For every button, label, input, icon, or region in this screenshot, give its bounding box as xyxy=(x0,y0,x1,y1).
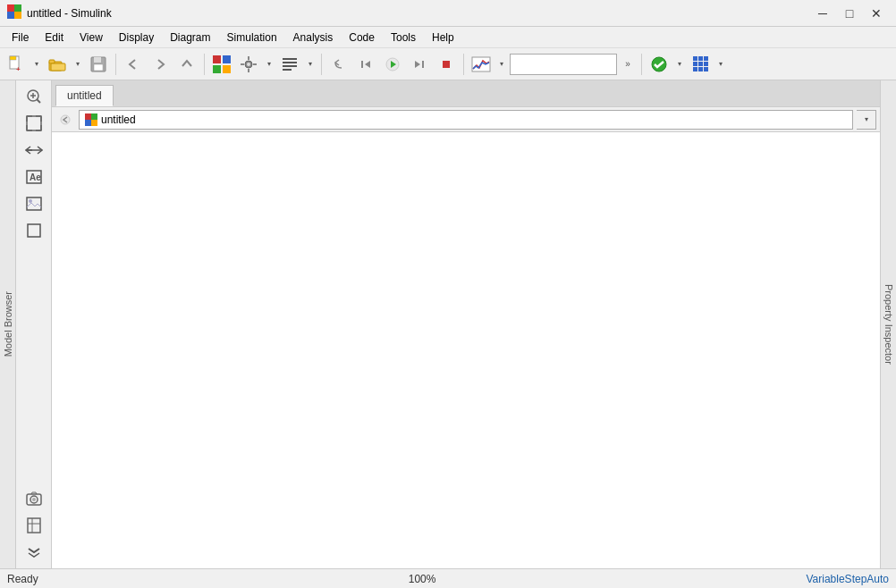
address-bar: untitled ▾ xyxy=(52,107,880,132)
menu-item-simulation[interactable]: Simulation xyxy=(219,29,285,46)
image-tool[interactable] xyxy=(21,191,47,216)
svg-rect-54 xyxy=(85,120,91,126)
address-dropdown-button[interactable]: ▾ xyxy=(857,110,876,130)
fit-view-button[interactable] xyxy=(21,111,47,136)
svg-rect-12 xyxy=(94,64,103,71)
svg-line-36 xyxy=(37,100,40,104)
scope-button[interactable] xyxy=(469,52,494,77)
library-button[interactable] xyxy=(209,52,234,77)
format-button[interactable] xyxy=(277,52,302,77)
menu-item-edit[interactable]: Edit xyxy=(37,29,72,46)
svg-rect-23 xyxy=(283,58,297,60)
menu-item-display[interactable]: Display xyxy=(111,29,162,46)
forward-nav-button[interactable] xyxy=(148,52,173,77)
model-canvas[interactable] xyxy=(52,132,880,568)
svg-rect-13 xyxy=(213,55,221,63)
svg-rect-25 xyxy=(283,65,297,67)
bookmark-button[interactable] xyxy=(21,513,47,538)
svg-rect-42 xyxy=(27,197,41,210)
svg-rect-30 xyxy=(443,61,450,68)
new-button[interactable]: + xyxy=(4,52,29,77)
svg-rect-55 xyxy=(91,120,97,126)
close-button[interactable]: ✕ xyxy=(864,4,889,22)
scope-dropdown-arrow[interactable]: ▾ xyxy=(495,52,508,77)
menu-item-diagram[interactable]: Diagram xyxy=(162,29,218,46)
menu-item-help[interactable]: Help xyxy=(424,29,462,46)
open-dropdown-arrow[interactable]: ▾ xyxy=(72,52,84,77)
maximize-button[interactable]: □ xyxy=(837,4,862,22)
screenshot-button[interactable] xyxy=(21,486,47,511)
toolbar: + ▾ ▾ xyxy=(0,48,896,80)
block-tool[interactable] xyxy=(21,218,47,243)
address-back-button[interactable] xyxy=(55,110,75,130)
svg-rect-1 xyxy=(14,4,21,12)
collapse-button[interactable] xyxy=(21,540,47,565)
svg-rect-16 xyxy=(223,65,231,73)
back-nav-button[interactable] xyxy=(121,52,146,77)
svg-point-51 xyxy=(61,115,70,124)
run-button[interactable] xyxy=(380,52,405,77)
menu-item-tools[interactable]: Tools xyxy=(383,29,424,46)
up-nav-button[interactable] xyxy=(174,52,199,77)
svg-text:+: + xyxy=(16,65,21,73)
svg-rect-21 xyxy=(241,63,244,65)
model-browser-label: Model Browser xyxy=(1,288,15,360)
title-bar-title: untitled - Simulink xyxy=(27,7,112,20)
title-bar-left: untitled - Simulink xyxy=(7,4,112,21)
svg-point-47 xyxy=(32,498,36,501)
format-dropdown-arrow[interactable]: ▾ xyxy=(304,52,317,77)
undo-button[interactable] xyxy=(326,52,351,77)
simulation-time-input[interactable]: 10.0 xyxy=(510,54,617,75)
open-button[interactable] xyxy=(45,52,70,77)
toolbar-separator-1 xyxy=(115,54,116,75)
svg-rect-3 xyxy=(14,12,21,19)
property-inspector-panel[interactable]: Property Inspector xyxy=(880,80,896,568)
step-forward-button[interactable] xyxy=(407,52,432,77)
grid-dropdown-arrow[interactable]: ▾ xyxy=(714,52,727,77)
svg-rect-29 xyxy=(422,61,424,68)
toolbar-more-button[interactable]: » xyxy=(619,52,637,77)
model-settings-button[interactable] xyxy=(236,52,261,77)
menu-item-analysis[interactable]: Analysis xyxy=(285,29,342,46)
svg-rect-26 xyxy=(283,69,292,71)
diagnostics-button[interactable] xyxy=(647,52,672,77)
svg-rect-53 xyxy=(91,113,97,120)
menu-item-view[interactable]: View xyxy=(72,29,111,46)
svg-rect-11 xyxy=(94,57,101,63)
step-back-button[interactable] xyxy=(353,52,378,77)
solver-link[interactable]: VariableStepAuto xyxy=(806,573,889,585)
zoom-in-button[interactable] xyxy=(21,84,47,109)
svg-rect-9 xyxy=(51,63,65,71)
svg-rect-15 xyxy=(213,65,221,73)
svg-point-43 xyxy=(29,199,32,203)
svg-rect-37 xyxy=(27,116,41,130)
menu-item-file[interactable]: File xyxy=(4,29,37,46)
svg-rect-8 xyxy=(49,60,55,63)
tool-panel: Ae xyxy=(16,80,52,568)
svg-rect-27 xyxy=(361,61,363,68)
svg-point-18 xyxy=(247,63,250,66)
app-icon xyxy=(7,4,21,21)
grid-button[interactable] xyxy=(688,52,713,77)
svg-text:Ae: Ae xyxy=(30,172,41,182)
text-tool[interactable]: Ae xyxy=(21,164,47,189)
model-browser-panel[interactable]: Model Browser xyxy=(0,80,16,568)
settings-dropdown-arrow[interactable]: ▾ xyxy=(263,52,275,77)
new-dropdown-arrow[interactable]: ▾ xyxy=(30,52,43,77)
menu-item-code[interactable]: Code xyxy=(341,29,383,46)
stop-button[interactable] xyxy=(434,52,459,77)
svg-rect-0 xyxy=(7,4,14,12)
svg-rect-52 xyxy=(85,113,91,120)
diagnostics-dropdown-arrow[interactable]: ▾ xyxy=(673,52,686,77)
toolbar-separator-3 xyxy=(321,54,322,75)
address-path[interactable]: untitled xyxy=(79,110,853,130)
svg-rect-44 xyxy=(28,224,40,237)
minimize-button[interactable]: ─ xyxy=(810,4,835,22)
svg-rect-48 xyxy=(28,518,40,533)
toolbar-separator-4 xyxy=(463,54,464,75)
status-bar: Ready 100% VariableStepAuto xyxy=(0,568,896,588)
arrow-tool[interactable] xyxy=(21,138,47,163)
main-area: Model Browser xyxy=(0,80,896,568)
save-button[interactable] xyxy=(86,52,111,77)
tab-untitled[interactable]: untitled xyxy=(55,85,114,106)
